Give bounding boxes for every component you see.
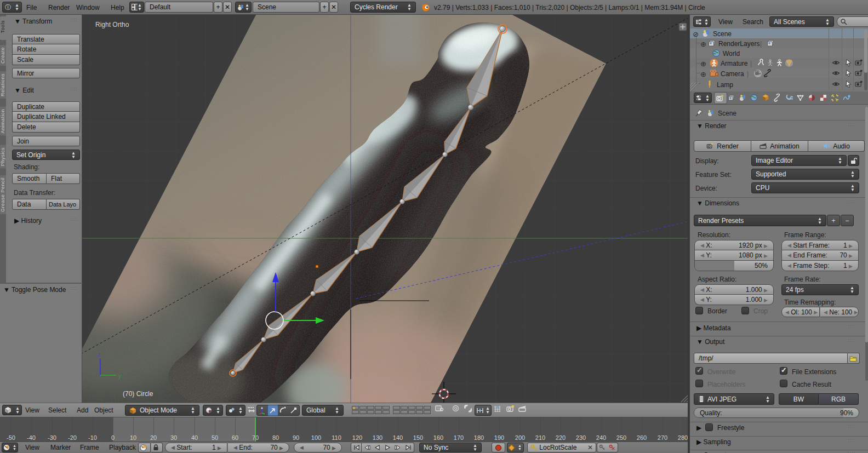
svg-text:(70) Circle: (70) Circle xyxy=(123,390,153,398)
svg-text:Right Ortho: Right Ortho xyxy=(95,21,129,28)
svg-text:z: z xyxy=(98,352,100,358)
svg-text:y: y xyxy=(118,373,121,379)
